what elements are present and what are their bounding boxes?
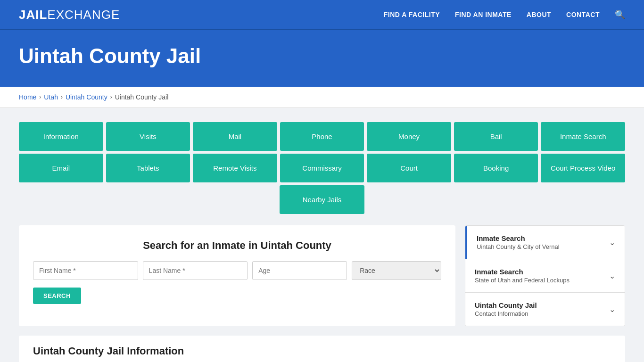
main-content: Information Visits Mail Phone Money Bail… xyxy=(0,108,644,362)
sidebar-item-subtitle-1: State of Utah and Federal Lockups xyxy=(475,277,570,284)
sidebar-item-text-1: Inmate Search State of Utah and Federal … xyxy=(475,268,570,284)
breadcrumb-sep-1: › xyxy=(39,94,41,100)
btn-mail[interactable]: Mail xyxy=(193,122,277,151)
page-title: Uintah County Jail xyxy=(19,44,625,68)
btn-information[interactable]: Information xyxy=(19,122,103,151)
hero-banner: Uintah County Jail xyxy=(0,30,644,87)
button-grid-row3: Nearby Jails xyxy=(19,185,625,214)
last-name-input[interactable] xyxy=(143,261,248,280)
age-input[interactable] xyxy=(252,261,347,280)
button-grid-row2: Email Tablets Remote Visits Commissary C… xyxy=(19,154,625,182)
nav-find-inmate[interactable]: FIND AN INMATE xyxy=(455,11,512,18)
search-panel: Search for an Inmate in Uintah County Ra… xyxy=(19,225,455,326)
logo[interactable]: JAILEXCHANGE xyxy=(19,8,120,22)
inmate-info-section: Uintah County Jail Information xyxy=(19,336,625,362)
btn-visits[interactable]: Visits xyxy=(106,122,190,151)
btn-court[interactable]: Court xyxy=(367,154,451,182)
sidebar-item-title-1: Inmate Search xyxy=(475,268,570,276)
chevron-down-icon-0: ⌄ xyxy=(609,238,615,247)
first-name-input[interactable] xyxy=(33,261,138,280)
breadcrumb: Home › Utah › Uintah County › Uintah Cou… xyxy=(19,93,625,101)
chevron-down-icon-1: ⌄ xyxy=(609,272,615,280)
sidebar-item-2[interactable]: Uintah County Jail Contact Information ⌄ xyxy=(465,293,625,326)
btn-money[interactable]: Money xyxy=(367,122,451,151)
search-button[interactable]: SEARCH xyxy=(33,288,81,304)
btn-nearby-jails[interactable]: Nearby Jails xyxy=(280,185,365,214)
content-area: Search for an Inmate in Uintah County Ra… xyxy=(19,225,625,326)
btn-tablets[interactable]: Tablets xyxy=(106,154,190,182)
search-title: Search for an Inmate in Uintah County xyxy=(33,239,441,252)
sidebar-item-title-2: Uintah County Jail xyxy=(475,301,537,309)
breadcrumb-uintah-county[interactable]: Uintah County xyxy=(66,93,107,101)
breadcrumb-bar: Home › Utah › Uintah County › Uintah Cou… xyxy=(0,87,644,108)
sidebar-item-subtitle-2: Contact Information xyxy=(475,310,537,317)
btn-remote-visits[interactable]: Remote Visits xyxy=(193,154,277,182)
sidebar-item-1[interactable]: Inmate Search State of Utah and Federal … xyxy=(465,259,625,293)
race-select[interactable]: Race xyxy=(352,261,441,280)
button-grid-row1: Information Visits Mail Phone Money Bail… xyxy=(19,122,625,151)
btn-booking[interactable]: Booking xyxy=(454,154,538,182)
nav-contact[interactable]: CONTACT xyxy=(566,11,600,18)
inmate-info-title: Uintah County Jail Information xyxy=(33,345,611,357)
sidebar-item-title-0: Inmate Search xyxy=(477,234,560,242)
breadcrumb-sep-3: › xyxy=(110,94,112,100)
btn-phone[interactable]: Phone xyxy=(280,122,364,151)
search-fields: Race xyxy=(33,261,441,280)
logo-exchange: EXCHANGE xyxy=(47,8,120,22)
nav-find-facility[interactable]: FIND A FACILITY xyxy=(384,11,440,18)
search-icon[interactable]: 🔍 xyxy=(615,9,625,20)
btn-email[interactable]: Email xyxy=(19,154,103,182)
sidebar-item-text-0: Inmate Search Uintah County & City of Ve… xyxy=(477,234,560,250)
chevron-down-icon-2: ⌄ xyxy=(609,305,615,314)
nav: FIND A FACILITY FIND AN INMATE ABOUT CON… xyxy=(384,9,625,20)
nav-about[interactable]: ABOUT xyxy=(527,11,551,18)
btn-court-process-video[interactable]: Court Process Video xyxy=(541,154,625,182)
btn-bail[interactable]: Bail xyxy=(454,122,538,151)
sidebar-item-text-2: Uintah County Jail Contact Information xyxy=(475,301,537,317)
header: JAILEXCHANGE FIND A FACILITY FIND AN INM… xyxy=(0,0,644,30)
btn-commissary[interactable]: Commissary xyxy=(280,154,364,182)
logo-jail: JAIL xyxy=(19,8,47,22)
sidebar: Inmate Search Uintah County & City of Ve… xyxy=(465,225,625,326)
breadcrumb-current: Uintah County Jail xyxy=(115,93,169,101)
sidebar-item-subtitle-0: Uintah County & City of Vernal xyxy=(477,243,560,250)
sidebar-item-0[interactable]: Inmate Search Uintah County & City of Ve… xyxy=(465,226,625,259)
btn-inmate-search[interactable]: Inmate Search xyxy=(541,122,625,151)
breadcrumb-sep-2: › xyxy=(61,94,63,100)
breadcrumb-home[interactable]: Home xyxy=(19,93,36,101)
breadcrumb-utah[interactable]: Utah xyxy=(44,93,58,101)
